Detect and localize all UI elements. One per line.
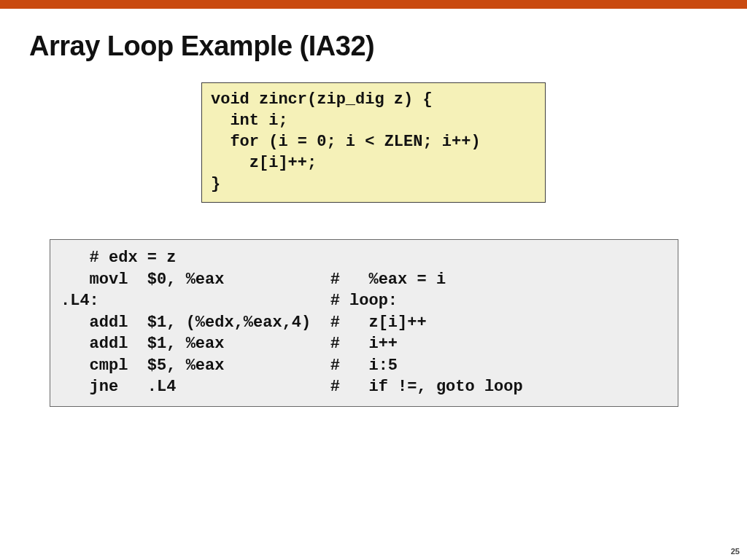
slide-title: Array Loop Example (IA32) <box>29 31 718 62</box>
assembly-code-box: # edx = z movl $0, %eax # %eax = i .L4: … <box>50 239 678 407</box>
slide-body: Array Loop Example (IA32) void zincr(zip… <box>0 9 747 560</box>
page-number: 25 <box>731 547 740 556</box>
c-code-box: void zincr(zip_dig z) { int i; for (i = … <box>201 82 546 203</box>
accent-bar <box>0 0 747 9</box>
